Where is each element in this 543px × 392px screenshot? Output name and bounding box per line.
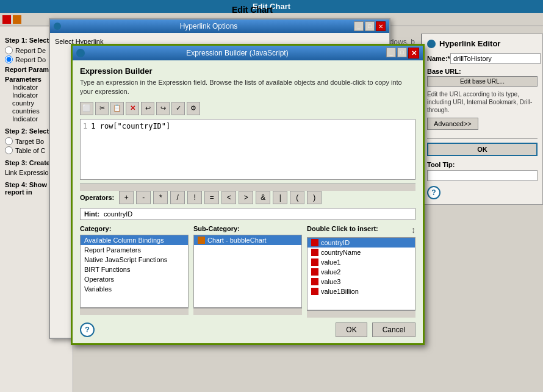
expr-action-btns: OK Cancel — [336, 323, 415, 337]
radio-report-de[interactable] — [5, 46, 13, 54]
advanced-btn[interactable]: Advanced>> — [427, 118, 478, 130]
radio-table-of-c[interactable] — [5, 146, 13, 154]
cat-item-5[interactable]: Variables — [81, 284, 188, 294]
undo-btn[interactable]: ↩ — [141, 102, 154, 115]
paste-btn[interactable]: 📋 — [110, 102, 124, 115]
ho-controls: _ □ ✕ — [354, 21, 386, 31]
expr-body: Expression Builder Type an expression in… — [73, 60, 423, 343]
edit-base-url-btn[interactable]: Edit base URL... — [427, 76, 538, 87]
tooltip-label: Tool Tip: — [427, 161, 538, 168]
tooltip-input[interactable] — [427, 170, 538, 181]
he-name-row: Name:* — [427, 53, 538, 64]
subcat-item-0[interactable]: Chart - bubbleChart — [194, 235, 301, 245]
expr-maximize-btn[interactable]: □ — [397, 48, 407, 57]
red-icon — [2, 15, 11, 24]
op-lparen[interactable]: ( — [290, 191, 304, 204]
cut-btn[interactable]: ✂ — [95, 102, 109, 115]
ho-maximize-btn[interactable]: □ — [365, 21, 375, 31]
dc-icon-5 — [311, 288, 318, 295]
expression-input[interactable]: 11 row["countryID"] — [80, 119, 415, 180]
horiz-scrollbar[interactable] — [80, 184, 415, 191]
settings-btn[interactable]: ⚙ — [187, 102, 200, 115]
op-divide[interactable]: / — [170, 191, 185, 204]
category-header: Category: — [80, 225, 189, 232]
expr-help-btn[interactable]: ? — [80, 323, 95, 337]
dc-icon-0 — [311, 239, 318, 246]
cat-item-3[interactable]: BIRT Functions — [81, 265, 188, 274]
ho-close-btn[interactable]: ✕ — [376, 21, 386, 31]
sort-icon[interactable]: ↕ — [411, 225, 415, 235]
dc-label-2: value1 — [321, 258, 340, 266]
cat-item-0[interactable]: Available Column Bindings — [81, 235, 188, 245]
op-pipe[interactable]: | — [273, 191, 287, 204]
copy-btn[interactable]: ⬜ — [80, 102, 93, 115]
he-bottom-row: ? — [427, 186, 538, 199]
he-description: Edit the URL according to its type, incl… — [427, 90, 538, 114]
dc-icon-4 — [311, 278, 318, 285]
dc-horiz-scroll[interactable] — [307, 310, 415, 318]
dc-icon-3 — [311, 268, 318, 276]
subcategory-header: Sub-Category: — [193, 225, 302, 232]
he-name-input[interactable] — [450, 53, 541, 64]
he-help-btn[interactable]: ? — [427, 186, 441, 199]
op-amp[interactable]: & — [256, 191, 270, 204]
dc-item-3[interactable]: value2 — [307, 267, 415, 277]
blue-chart-icon — [13, 15, 21, 24]
redo-btn[interactable]: ↪ — [156, 102, 170, 115]
expr-title: Expression Builder (JavaScript) — [88, 49, 386, 57]
he-ok-btn[interactable]: OK — [427, 143, 538, 156]
ho-title: Hyperlink Options — [63, 22, 354, 30]
radio-report-de-label: Report De — [15, 47, 46, 54]
subcat-horiz-scroll[interactable] — [193, 308, 302, 315]
op-gt[interactable]: > — [239, 191, 253, 204]
hint-value: countryID — [104, 210, 132, 218]
op-plus[interactable]: + — [119, 191, 134, 204]
dc-header: Double Click to insert: — [307, 225, 378, 232]
he-icon — [427, 40, 436, 48]
dc-item-2[interactable]: value1 — [307, 257, 415, 267]
op-lt[interactable]: < — [221, 191, 236, 204]
expr-toolbar: ⬜ ✂ 📋 ✕ ↩ ↪ ✓ ⚙ — [80, 102, 415, 115]
cat-item-1[interactable]: Report Parameters — [81, 245, 188, 255]
dc-item-1[interactable]: countryName — [307, 248, 415, 257]
dc-list[interactable]: countryID countryName value1 value2 — [307, 237, 415, 310]
op-rparen[interactable]: ) — [307, 191, 322, 204]
edit-chart-bg-text: Edit Chart — [232, 5, 273, 15]
op-minus[interactable]: - — [136, 191, 151, 204]
subcategory-column: Sub-Category: Chart - bubbleChart — [193, 225, 302, 318]
cat-item-2[interactable]: Native JavaScript Functions — [81, 255, 188, 265]
op-eq[interactable]: = — [204, 191, 219, 204]
cat-item-4[interactable]: Operators — [81, 274, 188, 284]
expr-ok-btn[interactable]: OK — [336, 323, 367, 337]
radio-report-do[interactable] — [5, 55, 13, 63]
radio-target-bo[interactable] — [5, 137, 13, 145]
radio-report-do-label: Report Do — [15, 56, 46, 63]
expr-minimize-btn[interactable]: _ — [386, 48, 396, 57]
validate-btn[interactable]: ✓ — [171, 102, 185, 115]
dc-label-4: value3 — [321, 278, 340, 285]
dc-item-0[interactable]: countryID — [307, 238, 415, 248]
expression-builder-dialog: Expression Builder (JavaScript) _ □ ✕ Ex… — [71, 44, 425, 345]
expr-cancel-btn[interactable]: Cancel — [372, 323, 415, 337]
dc-label-1: countryName — [321, 249, 361, 256]
op-not[interactable]: ! — [187, 191, 202, 204]
category-column: Category: Available Column Bindings Repo… — [80, 225, 189, 318]
he-title-text: Hyperlink Editor — [439, 39, 500, 48]
dc-label-0: countryID — [321, 239, 350, 246]
expr-close-btn[interactable]: ✕ — [408, 48, 419, 59]
hint-label: Hint: — [84, 210, 99, 218]
dc-header-row: Double Click to insert: ↕ — [307, 225, 415, 235]
dc-item-5[interactable]: value1Billion — [307, 287, 415, 296]
ho-minimize-btn[interactable]: _ — [354, 21, 364, 31]
delete-btn[interactable]: ✕ — [126, 102, 139, 115]
category-list[interactable]: Available Column Bindings Report Paramet… — [80, 235, 189, 308]
he-baseurl-row: Base URL: Edit base URL... — [427, 68, 538, 87]
hyperlink-editor-panel: Hyperlink Editor Name:* Base URL: Edit b… — [421, 34, 543, 205]
cat-horiz-scroll[interactable] — [80, 308, 189, 315]
subcat-label-0: Chart - bubbleChart — [207, 237, 267, 244]
subcategory-list[interactable]: Chart - bubbleChart — [193, 235, 302, 308]
chart-icon-0 — [198, 237, 205, 244]
dc-item-4[interactable]: value3 — [307, 277, 415, 287]
expression-content: 1 row["countryID"] — [91, 122, 170, 130]
op-multiply[interactable]: * — [153, 191, 168, 204]
